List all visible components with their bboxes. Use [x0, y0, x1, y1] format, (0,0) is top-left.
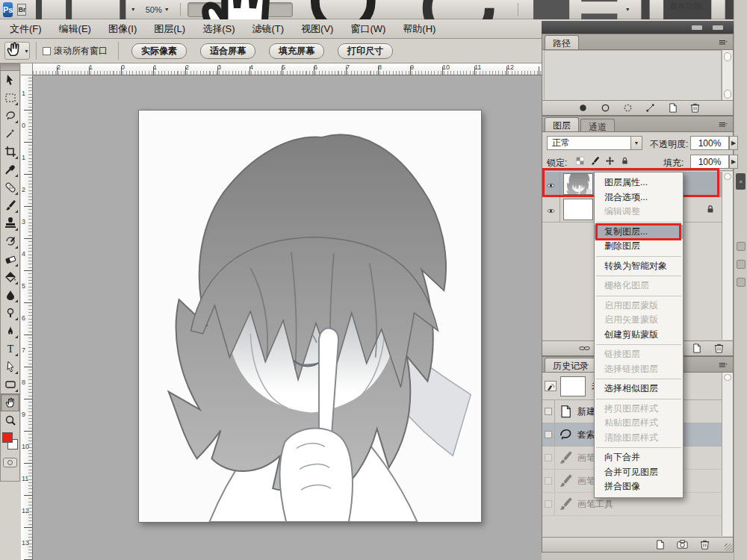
context-menu-item-0[interactable]: 图层属性...	[595, 175, 683, 190]
hand-tool-button[interactable]	[187, 2, 293, 17]
delete-layer-icon[interactable]	[713, 343, 725, 355]
new-path-icon[interactable]	[667, 102, 679, 114]
work-path-icon[interactable]	[645, 102, 657, 114]
menu-item-1[interactable]: 编辑(E)	[57, 21, 93, 37]
foreground-color-swatch[interactable]	[2, 432, 13, 443]
new-layer-icon[interactable]	[691, 343, 703, 355]
arrange-documents-button[interactable]: ▼	[525, 2, 632, 17]
context-menu-item-25[interactable]: 合并可见图层	[595, 465, 683, 480]
fill-slider-arrow[interactable]: ▶	[729, 155, 738, 169]
menu-item-4[interactable]: 选择(S)	[200, 21, 237, 37]
fill-input[interactable]: 100% ▶	[690, 155, 729, 169]
tab-channels[interactable]: 通道	[580, 119, 615, 131]
options-button-1[interactable]: 适合屏幕	[200, 43, 255, 59]
dock-menu-button[interactable]	[713, 25, 723, 30]
history-source-well[interactable]	[542, 470, 555, 492]
history-brush-tool[interactable]	[1, 232, 19, 250]
visibility-toggle[interactable]	[542, 197, 560, 222]
rectangular-marquee-tool[interactable]	[1, 89, 19, 107]
panel-menu-icon[interactable]	[716, 38, 730, 47]
menu-item-8[interactable]: 帮助(H)	[400, 21, 438, 37]
bridge-launch-icon[interactable]: Br	[17, 4, 26, 16]
healing-brush-tool[interactable]	[1, 178, 19, 196]
panel-resize-grip[interactable]	[725, 544, 732, 551]
workspace-switcher[interactable]: 基本功能	[669, 1, 702, 12]
pen-tool[interactable]	[1, 322, 19, 340]
view-extras-button[interactable]: ▼	[31, 2, 137, 17]
menu-item-3[interactable]: 图层(L)	[152, 21, 187, 37]
menu-item-duplicate-layer[interactable]: 复制图层...	[595, 225, 683, 240]
blend-mode-select[interactable]: 正常 ▼	[547, 136, 642, 150]
zoom-level-control[interactable]: 50%▼	[143, 5, 173, 14]
dodge-tool[interactable]	[1, 304, 19, 322]
history-source-well[interactable]	[542, 423, 555, 446]
quick-mask-button[interactable]	[3, 458, 17, 467]
context-menu-item-13[interactable]: 创建剪贴蒙版	[595, 328, 683, 343]
layers-scrollbar[interactable]	[722, 172, 733, 340]
rotate-view-button[interactable]	[406, 2, 510, 17]
selection-from-path-icon[interactable]	[622, 102, 634, 114]
menu-item-0[interactable]: 文件(F)	[7, 21, 44, 37]
paint-bucket-tool[interactable]	[1, 268, 19, 286]
zoom-tool-button[interactable]	[297, 2, 401, 17]
path-selection-tool[interactable]	[1, 358, 19, 376]
brush-tool[interactable]	[1, 196, 19, 214]
zoom-tool[interactable]	[1, 411, 19, 429]
scroll-all-windows-checkbox[interactable]	[43, 47, 51, 55]
crop-tool[interactable]	[1, 143, 19, 161]
history-scrollbar[interactable]	[722, 373, 733, 536]
type-tool[interactable]: T	[1, 340, 19, 358]
menu-item-5[interactable]: 滤镜(T)	[249, 21, 286, 37]
context-menu-item-7[interactable]: 转换为智能对象	[595, 259, 683, 274]
options-button-2[interactable]: 填充屏幕	[269, 43, 324, 59]
collapsed-panel-icon[interactable]	[737, 260, 746, 269]
eyedropper-tool[interactable]	[1, 161, 19, 178]
fill-path-icon[interactable]	[577, 102, 589, 114]
context-menu-item-18[interactable]: 选择相似图层	[595, 382, 683, 396]
history-source-well[interactable]	[542, 447, 555, 469]
magic-wand-tool[interactable]	[1, 125, 19, 143]
blur-tool[interactable]	[1, 286, 19, 304]
menu-item-7[interactable]: 窗口(W)	[348, 21, 388, 37]
panel-menu-icon[interactable]	[716, 120, 730, 129]
collapse-panels-button[interactable]	[692, 25, 702, 30]
options-button-3[interactable]: 打印尺寸	[338, 43, 393, 59]
ruler-origin-corner[interactable]	[21, 63, 33, 75]
tool-preset-picker[interactable]: ▼	[4, 42, 30, 60]
lock-position-icon[interactable]	[605, 155, 615, 169]
tab-layers[interactable]: 图层	[545, 117, 579, 131]
history-source-well[interactable]	[542, 493, 555, 515]
canvas[interactable]	[138, 110, 482, 523]
paths-scrollbar[interactable]	[722, 50, 733, 101]
shape-tool[interactable]	[1, 376, 19, 393]
collapsed-panel-icon[interactable]	[737, 278, 746, 287]
context-menu-item-24[interactable]: 向下合并	[595, 450, 683, 465]
tab-paths[interactable]: 路径	[545, 35, 579, 49]
lock-paint-icon[interactable]	[590, 155, 600, 169]
clone-stamp-tool[interactable]	[1, 214, 19, 232]
lock-all-icon[interactable]	[620, 155, 630, 169]
history-brush-source-icon[interactable]	[545, 381, 557, 391]
context-menu-item-26[interactable]: 拼合图像	[595, 479, 683, 494]
menu-item-6[interactable]: 视图(V)	[299, 21, 335, 37]
panel-menu-icon[interactable]	[716, 361, 730, 370]
toolbox-grip[interactable]	[1, 64, 19, 71]
lock-transparency-icon[interactable]	[575, 155, 585, 169]
options-button-0[interactable]: 实际像素	[131, 43, 187, 59]
opacity-input[interactable]: 100% ▶	[690, 136, 729, 150]
tab-history[interactable]: 历史记录	[545, 358, 597, 372]
move-tool[interactable]	[1, 71, 19, 89]
new-document-from-state-icon[interactable]	[654, 539, 666, 551]
stroke-path-icon[interactable]	[600, 102, 612, 114]
menu-item-2[interactable]: 图像(I)	[106, 21, 139, 37]
context-menu-item-5[interactable]: 删除图层	[595, 239, 683, 254]
collapsed-panel-badge[interactable]: ≡	[736, 173, 746, 190]
history-source-well[interactable]	[542, 400, 555, 423]
delete-path-icon[interactable]	[689, 102, 701, 114]
collapsed-panel-icon[interactable]	[737, 242, 746, 251]
link-layers-icon[interactable]	[579, 343, 591, 355]
hand-tool[interactable]	[1, 393, 19, 411]
delete-state-icon[interactable]	[699, 539, 711, 551]
context-menu-item-1[interactable]: 混合选项...	[595, 190, 683, 205]
lasso-tool[interactable]	[1, 107, 19, 125]
